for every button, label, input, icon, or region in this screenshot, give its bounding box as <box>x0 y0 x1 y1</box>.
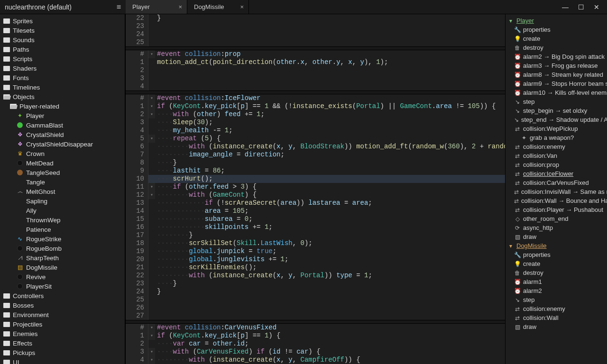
outline-item[interactable]: ▧draw <box>506 322 607 331</box>
tree-item[interactable]: Shaders <box>0 64 125 73</box>
tree-item[interactable]: ෴MeltGhost <box>0 187 125 196</box>
tree-item[interactable]: MeltDead <box>0 158 125 168</box>
fold-icon[interactable]: ▾ <box>148 183 155 191</box>
code-line[interactable]: ········global.junglevisits += 1; <box>155 255 505 264</box>
tree-item[interactable]: Player-related <box>0 101 125 111</box>
tree-item[interactable]: ♛Crown <box>0 149 125 158</box>
code-line[interactable]: ········} <box>155 231 505 239</box>
code-line[interactable]: ····with (other) feed += 1; <box>155 110 505 118</box>
maximize-icon[interactable]: ☐ <box>578 3 584 11</box>
code-editor[interactable]: 22}232425#▾#event collision:prop1motion_… <box>126 14 505 364</box>
tree-item[interactable]: Tilesets <box>0 26 125 35</box>
outline-item[interactable]: ⇄collision:enemy <box>506 142 607 151</box>
outline-item[interactable]: 🔧properties <box>506 25 607 34</box>
outline-item[interactable]: ↘step <box>506 97 607 106</box>
tree-item[interactable]: Projectiles <box>0 319 125 329</box>
close-icon[interactable]: × <box>240 3 244 10</box>
code-line[interactable]: ········with (instance_create(x, y, Port… <box>155 272 505 280</box>
tree-item[interactable]: Fonts <box>0 73 125 82</box>
tree-item[interactable]: ThrownWep <box>0 215 125 225</box>
code-line[interactable]: if (KeyCont.key_pick[p] == 1 && (!instan… <box>155 102 505 110</box>
code-line[interactable]: #event collision:CarVenusFixed <box>155 324 505 332</box>
tree-item[interactable]: Scripts <box>0 54 125 64</box>
outline-item[interactable]: ⇄collision:Wall → Bounce and Ha <box>506 196 607 205</box>
code-line[interactable]: ····} <box>155 159 505 167</box>
outline-item[interactable]: 🗑destroy <box>506 43 607 52</box>
close-icon[interactable]: ✕ <box>594 3 599 11</box>
tab-player[interactable]: Player× <box>126 0 187 14</box>
tree-item[interactable]: UI <box>0 357 125 364</box>
code-line[interactable]: if (KeyCont.key_pick[p] == 1) { <box>155 332 505 340</box>
close-icon[interactable]: × <box>178 3 182 10</box>
outline-item[interactable]: ⇄collision:prop <box>506 160 607 169</box>
code-line[interactable]: ········with (GameCont) { <box>155 191 505 199</box>
menu-icon[interactable]: ≡ <box>117 3 121 11</box>
code-line[interactable]: ····if (other.feed > 3) { <box>155 183 505 191</box>
minimize-icon[interactable]: — <box>562 3 569 11</box>
outline-item[interactable]: ⇄collision:InvisiWall → Same as n <box>506 187 607 196</box>
tree-item[interactable]: Tangle <box>0 177 125 187</box>
code-line[interactable]: #event collision:prop <box>155 50 505 58</box>
tree-item[interactable]: Patience <box>0 225 125 234</box>
tree-item[interactable]: ❖CrystalShield <box>0 130 125 139</box>
outline-panel[interactable]: ▾Player🔧properties💡create🗑destroy⏰alarm2… <box>505 14 607 364</box>
tree-item[interactable]: Timelines <box>0 82 125 92</box>
code-line[interactable]: ····} <box>155 280 505 288</box>
fold-icon[interactable]: ▾ <box>148 94 155 102</box>
outline-item[interactable]: ▾Player <box>506 16 607 25</box>
tree-item[interactable]: Objects <box>0 92 125 101</box>
outline-item[interactable]: ⇄collision:CarVenusFixed <box>506 178 607 187</box>
tree-item[interactable]: RogueBomb <box>0 244 125 253</box>
outline-item[interactable]: ⇄collision:Van <box>506 151 607 160</box>
code-line[interactable]: ············area = 105; <box>155 207 505 215</box>
outline-item[interactable]: 🔧properties <box>506 250 607 259</box>
outline-item[interactable]: ▧draw <box>506 232 607 241</box>
outline-item[interactable]: ↘step_begin → set oldxy <box>506 106 607 115</box>
tree-item[interactable]: Sapling <box>0 196 125 206</box>
outline-item[interactable]: ⏰alarm2 → Big Dog spin attack <box>506 52 607 61</box>
outline-item[interactable]: ↘step <box>506 295 607 304</box>
tree-item[interactable]: GammaBlast <box>0 120 125 130</box>
code-line[interactable]: motion_add_ct(point_direction(other.x, o… <box>155 58 505 66</box>
tree-item[interactable]: ✦Player <box>0 111 125 120</box>
tree-item[interactable]: Effects <box>0 338 125 348</box>
code-line[interactable]: ····repeat (5) { <box>155 135 505 143</box>
tab-dogmissile[interactable]: DogMissile× <box>187 0 249 14</box>
code-line[interactable]: ············if (!scrAreaSecret(area)) la… <box>155 199 505 207</box>
tree-item[interactable]: ∿RogueStrike <box>0 234 125 244</box>
tree-item[interactable]: Bosses <box>0 300 125 310</box>
outline-item[interactable]: ⏰alarm9 → Stops Horror beam so <box>506 79 607 88</box>
fold-icon[interactable]: ▾ <box>148 110 155 118</box>
outline-item[interactable]: ⏰alarm2 <box>506 286 607 295</box>
outline-item[interactable]: ⏰alarm10 → Kills off-level enemie <box>506 88 607 97</box>
tree-item[interactable]: Sprites <box>0 16 125 26</box>
code-line[interactable]: ········with (instance_create(x, y, Bloo… <box>155 143 505 151</box>
tree-item[interactable]: Sounds <box>0 35 125 45</box>
tree-item[interactable]: Ally <box>0 206 125 215</box>
code-area[interactable]: 22}232425#▾#event collision:prop1motion_… <box>126 14 505 364</box>
code-line[interactable]: ········scrKillEnemies(); <box>155 264 505 272</box>
tree-item[interactable]: TangleSeed <box>0 168 125 177</box>
code-line[interactable]: ········with (instance_create(x, y, Camp… <box>155 356 505 364</box>
tree-item[interactable]: Environment <box>0 310 125 319</box>
tree-item[interactable]: Revive <box>0 272 125 282</box>
outline-item[interactable]: 💡create <box>506 34 607 43</box>
outline-item[interactable]: ✦grab a weapon? <box>506 133 607 142</box>
code-line[interactable]: ········image_angle = direction; <box>155 151 505 159</box>
outline-item[interactable]: ⇄collision:enemy <box>506 304 607 313</box>
outline-item[interactable]: 💡create <box>506 259 607 268</box>
code-line[interactable]: ····my_health -= 1; <box>155 127 505 135</box>
outline-item[interactable]: ◇other_room_end <box>506 214 607 223</box>
outline-item[interactable]: ⇄collision:Wall <box>506 313 607 322</box>
code-line[interactable]: ············skillpoints += 1; <box>155 223 505 231</box>
fold-icon[interactable]: ▾ <box>148 191 155 199</box>
outline-item[interactable]: ⇄collision:Player → Pushabout <box>506 205 607 214</box>
outline-item[interactable]: ⏰alarm8 → Stream key related <box>506 70 607 79</box>
fold-icon[interactable]: ▾ <box>148 50 155 58</box>
tree-item[interactable]: Pickups <box>0 348 125 357</box>
outline-item[interactable]: ⇄collision:IceFlower <box>506 169 607 178</box>
outline-item[interactable]: 🗑destroy <box>506 268 607 277</box>
code-line[interactable]: ····scrHurt(); <box>155 175 505 183</box>
outline-item[interactable]: ⇄collision:WepPickup <box>506 124 607 133</box>
outline-item[interactable]: ↘step_end → Shadow update / Ai <box>506 115 607 124</box>
